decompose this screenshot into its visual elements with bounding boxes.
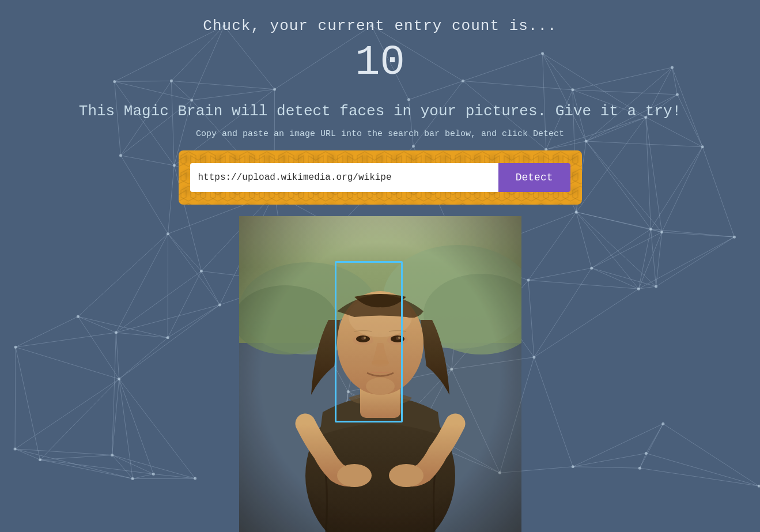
- instructions: Copy and paste an image URL into the sea…: [196, 129, 564, 139]
- search-container: Detect: [179, 150, 582, 205]
- entry-count-label: Chuck, your current entry count is...: [203, 17, 557, 35]
- face-detection-box: [335, 261, 403, 422]
- subtitle: This Magic Brain will detect faces in yo…: [79, 103, 681, 120]
- search-input[interactable]: [190, 163, 498, 192]
- detect-button[interactable]: Detect: [498, 163, 570, 192]
- entry-count-number: 10: [355, 39, 404, 86]
- image-container: [239, 216, 521, 532]
